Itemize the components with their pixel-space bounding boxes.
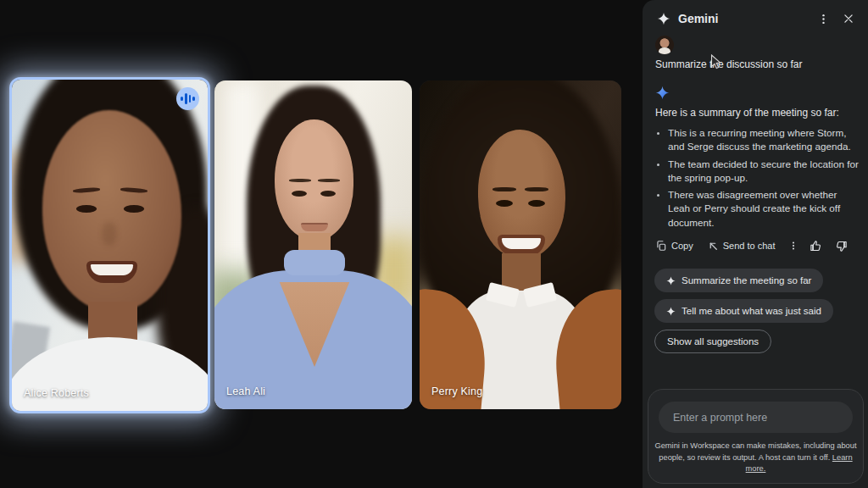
- user-avatar: [655, 36, 674, 54]
- mouse-cursor-icon: [710, 54, 721, 74]
- summary-intro: Here is a summary of the meeting so far:: [655, 107, 839, 119]
- participant-name: Perry King: [431, 385, 482, 397]
- thumb-up-icon[interactable]: [806, 236, 825, 255]
- thumb-down-icon[interactable]: [832, 236, 850, 255]
- video-grid: Alice Roberts Leah Ali: [0, 0, 643, 488]
- send-to-chat-label: Send to chat: [723, 241, 776, 251]
- meet-window: Alice Roberts Leah Ali: [0, 0, 868, 488]
- video-tile-perry[interactable]: Perry King: [420, 80, 621, 409]
- participant-name: Leah Ali: [226, 385, 265, 397]
- chip-label: Summarize the meeting so far: [682, 275, 811, 286]
- voice-activity-icon: [176, 87, 199, 110]
- gemini-panel: Gemini Summarize the discussion so far H…: [643, 0, 868, 488]
- gemini-response-sparkle-icon: [655, 86, 670, 103]
- close-icon[interactable]: [839, 9, 858, 28]
- prompt-input-pill: [659, 402, 853, 433]
- show-all-suggestions-button[interactable]: Show all suggestions: [654, 330, 771, 353]
- copy-label: Copy: [671, 241, 693, 251]
- suggestion-chip-just-said[interactable]: Tell me about what was just said: [654, 299, 833, 323]
- video-tile-alice[interactable]: Alice Roberts: [9, 77, 210, 413]
- summary-bullet: There was disagreement over whether Leah…: [668, 188, 860, 230]
- disclaimer-text: Gemini in Workspace can make mistakes, i…: [654, 441, 857, 475]
- chip-sparkle-icon: [666, 307, 676, 316]
- video-tile-leah[interactable]: Leah Ali: [214, 80, 412, 409]
- participant-video: [214, 80, 412, 409]
- panel-title: Gemini: [678, 12, 718, 25]
- more-options-icon[interactable]: [814, 9, 832, 28]
- response-action-bar: Copy Send to chat: [655, 237, 850, 254]
- feedback-more-icon[interactable]: [787, 236, 799, 255]
- suggestion-chips: Summarize the meeting so far Tell me abo…: [654, 269, 863, 360]
- participant-name: Alice Roberts: [24, 387, 89, 399]
- gemini-panel-header: Gemini: [656, 9, 858, 28]
- participant-video: [420, 80, 621, 409]
- chip-label: Tell me about what was just said: [682, 306, 821, 316]
- chip-sparkle-icon: [666, 276, 676, 286]
- user-prompt-text: Summarize the discussion so far: [655, 58, 802, 70]
- summary-bullet: This is a recurring meeting where Storm,…: [668, 126, 860, 154]
- suggestion-chip-summarize[interactable]: Summarize the meeting so far: [654, 269, 823, 292]
- prompt-composer: Gemini in Workspace can make mistakes, i…: [648, 389, 864, 484]
- prompt-input[interactable]: [659, 402, 853, 433]
- copy-button[interactable]: Copy: [655, 240, 693, 252]
- participant-video: [12, 80, 208, 411]
- summary-bullet: The team decided to secure the location …: [668, 158, 860, 186]
- send-to-chat-button[interactable]: Send to chat: [708, 241, 776, 252]
- chip-label: Show all suggestions: [667, 336, 759, 347]
- summary-bullet-list: This is a recurring meeting where Storm,…: [656, 126, 860, 233]
- gemini-sparkle-icon: [656, 9, 670, 28]
